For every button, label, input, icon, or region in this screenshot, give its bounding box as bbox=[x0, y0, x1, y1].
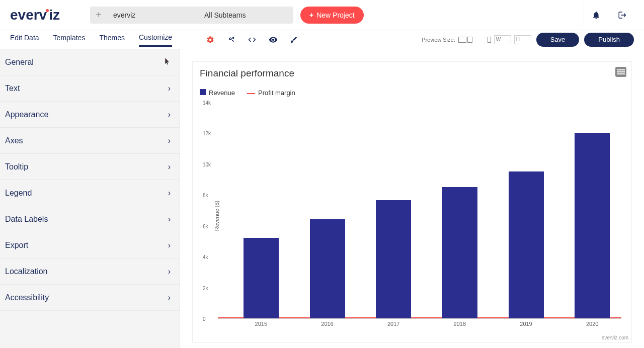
sidebar-item-accessibility[interactable]: Accessibility › bbox=[0, 285, 180, 311]
chart-y-tick: 6k bbox=[203, 223, 208, 229]
chart-menu-icon[interactable] bbox=[615, 67, 626, 77]
chart-x-tick: 2019 bbox=[520, 321, 532, 327]
add-team-button[interactable]: + bbox=[90, 7, 107, 24]
chevron-right-icon: › bbox=[168, 267, 171, 276]
chart-x-tick: 2017 bbox=[387, 321, 399, 327]
logo[interactable]: everviz bbox=[10, 7, 60, 23]
subteam-dropdown[interactable]: All Subteams bbox=[198, 7, 293, 24]
sidebar-item-appearance[interactable]: Appearance › bbox=[0, 102, 180, 128]
chart-bar[interactable] bbox=[376, 200, 411, 318]
chart-y-tick: 2k bbox=[203, 285, 208, 291]
chart-x-tick: 2016 bbox=[321, 321, 333, 327]
preview-size-label: Preview Size: bbox=[422, 37, 455, 43]
tool-brush-icon[interactable] bbox=[290, 35, 298, 44]
sidebar-item-label: Export bbox=[5, 241, 28, 250]
preview-height-input[interactable] bbox=[514, 35, 531, 44]
sidebar-item-export[interactable]: Export › bbox=[0, 232, 180, 258]
tool-code-icon[interactable] bbox=[248, 35, 257, 44]
chart-bar[interactable] bbox=[509, 171, 544, 318]
chart-credit[interactable]: everviz.com bbox=[602, 335, 628, 340]
save-button[interactable]: Save bbox=[536, 33, 580, 47]
chart-bar[interactable] bbox=[310, 219, 345, 318]
svg-point-0 bbox=[232, 37, 234, 39]
new-project-button[interactable]: +New Project bbox=[300, 7, 364, 24]
chart-preview: Financial performance Revenue Profit mar… bbox=[192, 61, 632, 343]
chevron-right-icon: › bbox=[168, 189, 171, 198]
device-desktop-icon[interactable] bbox=[458, 37, 466, 43]
device-mobile-icon[interactable] bbox=[488, 37, 491, 43]
sidebar-item-legend[interactable]: Legend › bbox=[0, 180, 180, 206]
tab-customize[interactable]: Customize bbox=[139, 33, 172, 47]
sidebar-item-label: General bbox=[5, 58, 34, 67]
sidebar-item-general[interactable]: General bbox=[0, 49, 180, 75]
chart-y-tick: 0 bbox=[203, 316, 206, 322]
sidebar-item-label: Text bbox=[5, 84, 20, 93]
chevron-right-icon: › bbox=[168, 162, 171, 171]
chart-x-tick: 2020 bbox=[586, 321, 598, 327]
chart-title: Financial performance bbox=[200, 68, 624, 79]
chevron-right-icon: › bbox=[168, 110, 171, 119]
chart-y-tick: 4k bbox=[203, 254, 208, 260]
chart-y-tick: 12k bbox=[203, 131, 211, 136]
preview-width-input[interactable] bbox=[494, 35, 511, 44]
sidebar-item-data-labels[interactable]: Data Labels › bbox=[0, 206, 180, 232]
sidebar-item-label: Accessibility bbox=[5, 293, 49, 302]
chart-x-tick: 2015 bbox=[255, 321, 267, 327]
chart-y-tick: 10k bbox=[203, 161, 211, 167]
notifications-icon[interactable] bbox=[584, 3, 608, 27]
sidebar-item-label: Data Labels bbox=[5, 215, 48, 224]
sidebar-item-localization[interactable]: Localization › bbox=[0, 258, 180, 285]
pointer-cursor-icon bbox=[163, 57, 171, 68]
chart-legend: Revenue Profit margin bbox=[200, 89, 624, 97]
legend-item-profit[interactable]: Profit margin bbox=[247, 89, 295, 97]
tab-themes[interactable]: Themes bbox=[99, 34, 125, 46]
tab-edit-data[interactable]: Edit Data bbox=[10, 34, 39, 46]
chart-bar[interactable] bbox=[244, 238, 279, 318]
chevron-right-icon: › bbox=[168, 84, 171, 93]
publish-button[interactable]: Publish bbox=[584, 33, 634, 47]
sidebar-item-label: Appearance bbox=[5, 110, 48, 119]
device-tablet-icon[interactable] bbox=[467, 37, 472, 43]
chevron-right-icon: › bbox=[168, 215, 171, 224]
sidebar-item-text[interactable]: Text › bbox=[0, 75, 180, 102]
tool-settings-icon[interactable] bbox=[206, 35, 214, 44]
tab-templates[interactable]: Templates bbox=[53, 34, 86, 46]
legend-item-revenue[interactable]: Revenue bbox=[200, 89, 235, 97]
tool-preview-icon[interactable] bbox=[269, 35, 278, 44]
sidebar-item-label: Localization bbox=[5, 267, 48, 276]
sidebar-item-tooltip[interactable]: Tooltip › bbox=[0, 154, 180, 180]
tool-advanced-icon[interactable] bbox=[226, 35, 235, 44]
chart-y-tick: 14k bbox=[203, 100, 211, 106]
sidebar-item-label: Axes bbox=[5, 136, 23, 145]
team-dropdown[interactable]: everviz bbox=[107, 7, 198, 24]
chart-bar[interactable] bbox=[575, 133, 610, 318]
chart-bar[interactable] bbox=[442, 187, 477, 318]
chevron-right-icon: › bbox=[168, 136, 171, 145]
chevron-right-icon: › bbox=[168, 293, 171, 302]
sidebar-item-label: Legend bbox=[5, 189, 32, 198]
chevron-right-icon: › bbox=[168, 241, 171, 250]
chart-x-tick: 2018 bbox=[454, 321, 466, 327]
chart-y-tick: 8k bbox=[203, 193, 208, 198]
sidebar-item-axes[interactable]: Axes › bbox=[0, 128, 180, 154]
sidebar-item-label: Tooltip bbox=[5, 162, 28, 171]
logout-icon[interactable] bbox=[610, 3, 634, 27]
